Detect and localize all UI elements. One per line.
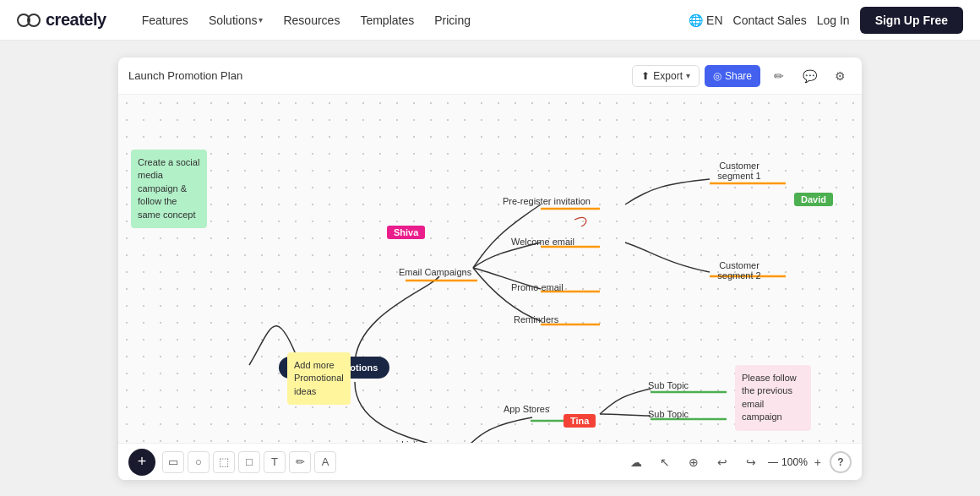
node-sub-topic-2: Sub Topic	[648, 409, 689, 419]
export-button[interactable]: ⬆ Export ▾	[632, 65, 700, 87]
main-content: Launch Promotion Plan ⬆ Export ▾ ◎ Share…	[0, 41, 980, 496]
redo-icon[interactable]: ↪	[739, 450, 763, 474]
navbar: creately Features Solutions ▾ Resources …	[0, 0, 980, 41]
nav-solutions[interactable]: Solutions ▾	[200, 8, 272, 32]
canvas-container: Launch Promotion Plan ⬆ Export ▾ ◎ Share…	[118, 57, 862, 480]
tool-circle[interactable]: ○	[188, 451, 210, 473]
pointer-icon[interactable]: ↖	[653, 450, 677, 474]
undo-icon[interactable]: ↩	[710, 450, 734, 474]
sticky-note-pink[interactable]: Please follow the previous email campaig…	[735, 365, 811, 431]
node-app-stores: App Stores	[504, 404, 549, 414]
node-pre-register: Pre-register invitation	[503, 196, 591, 206]
canvas-top-right-icons: ✏ 💬 ⚙	[767, 64, 852, 88]
tool-frame[interactable]: ⬚	[213, 451, 235, 473]
tool-highlight[interactable]: A	[314, 451, 336, 473]
lang-selector[interactable]: 🌐 EN	[689, 14, 722, 27]
logo-text: creately	[46, 10, 106, 30]
move-icon[interactable]: ⊕	[682, 450, 705, 474]
sticky-note-green[interactable]: Create a social media campaign & follow …	[131, 150, 207, 228]
tool-sticky[interactable]: □	[238, 451, 260, 473]
nav-links: Features Solutions ▾ Resources Templates…	[133, 8, 682, 32]
login-link[interactable]: Log In	[817, 14, 850, 27]
node-reminders: Reminders	[514, 314, 558, 324]
logo[interactable]: creately	[17, 10, 106, 30]
export-icon: ⬆	[641, 70, 650, 82]
share-icon: ◎	[713, 70, 721, 82]
node-customer-seg1: Customer segment 1	[705, 161, 773, 181]
avatar-tag-shiva[interactable]: Shiva	[387, 226, 425, 239]
zoom-in-button[interactable]: +	[811, 455, 825, 469]
edit-icon[interactable]: ✏	[767, 64, 791, 88]
nav-resources[interactable]: Resources	[275, 8, 348, 32]
logo-icon	[17, 13, 41, 28]
cloud-icon[interactable]: ☁	[624, 450, 648, 474]
sticky-note-yellow[interactable]: Add more Promotional ideas	[287, 352, 351, 405]
nav-pricing[interactable]: Pricing	[426, 8, 479, 32]
nav-right: 🌐 EN Contact Sales Log In Sign Up Free	[689, 7, 963, 34]
canvas-title: Launch Promotion Plan	[128, 69, 625, 82]
signup-button[interactable]: Sign Up Free	[860, 7, 963, 34]
canvas-area[interactable]: Launch Promotions Email Campaigns Pre-re…	[118, 95, 862, 443]
node-email-campaigns: Email Campaigns	[399, 267, 471, 277]
zoom-level: 100%	[781, 456, 808, 468]
help-button[interactable]: ?	[830, 451, 852, 473]
chevron-down-icon: ▾	[259, 15, 263, 25]
tool-pen[interactable]: ✏	[289, 451, 311, 473]
zoom-controls: — 100% +	[768, 455, 825, 469]
contact-sales-link[interactable]: Contact Sales	[733, 14, 807, 27]
bottom-right-controls: ☁ ↖ ⊕ ↩ ↪ — 100% + ?	[624, 450, 852, 474]
node-promo-email: Promo email	[511, 282, 564, 292]
globe-icon: 🌐	[689, 14, 703, 27]
canvas-bottom-bar: + ▭ ○ ⬚ □ T ✏ A ☁ ↖ ⊕ ↩ ↪ — 100% + ?	[118, 443, 862, 480]
node-customer-seg2: Customer segment 2	[705, 260, 773, 281]
node-welcome-email: Welcome email	[511, 237, 574, 247]
add-button[interactable]: +	[128, 449, 155, 476]
avatar-tag-david[interactable]: David	[794, 193, 833, 206]
tool-text[interactable]: T	[264, 451, 286, 473]
settings-icon[interactable]: ⚙	[828, 64, 852, 88]
canvas-top-bar: Launch Promotion Plan ⬆ Export ▾ ◎ Share…	[118, 57, 862, 95]
avatar-tag-tina[interactable]: Tina	[564, 414, 596, 428]
share-button[interactable]: ◎ Share	[705, 65, 760, 87]
tool-rectangle[interactable]: ▭	[162, 451, 184, 473]
zoom-dash-icon: —	[768, 456, 778, 468]
nav-templates[interactable]: Templates	[351, 8, 422, 32]
comment-icon[interactable]: 💬	[798, 64, 821, 88]
export-chevron-icon: ▾	[686, 71, 690, 80]
node-sub-topic-1: Sub Topic	[648, 380, 689, 390]
nav-features[interactable]: Features	[133, 8, 197, 32]
